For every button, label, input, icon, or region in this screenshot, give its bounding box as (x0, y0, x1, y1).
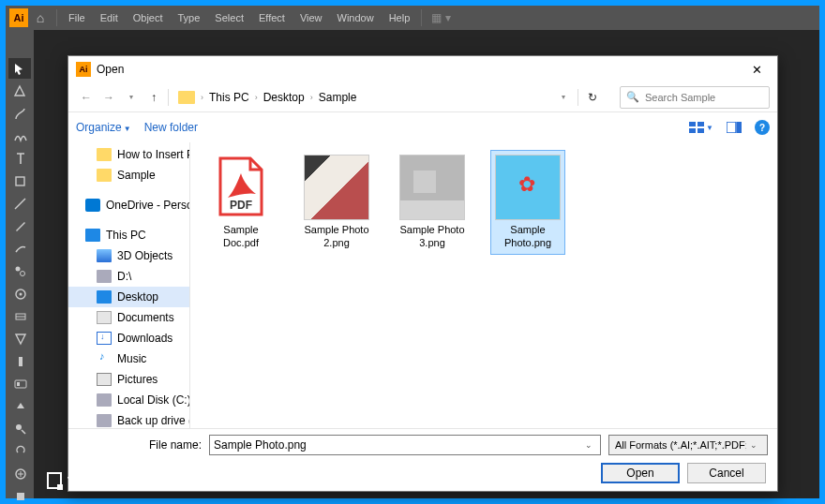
tool-13[interactable] (8, 350, 31, 371)
menu-view[interactable]: View (292, 12, 330, 23)
tree-item[interactable]: OneDrive - Person (68, 195, 189, 215)
nav-forward-icon: → (98, 87, 119, 108)
filetype-filter[interactable]: All Formats (*.AI;*.AIT;*.PDF;*.D ⌄ (608, 435, 768, 455)
dialog-title: Open (97, 63, 743, 76)
tree-item[interactable]: Pictures (68, 369, 189, 390)
file-item[interactable]: Sample Photo 2.png (299, 150, 374, 255)
tool-6[interactable] (8, 193, 31, 214)
menubar: Ai ⌂ FileEditObjectTypeSelectEffectViewW… (6, 6, 819, 30)
svg-rect-7 (15, 380, 26, 388)
tree-item[interactable]: Local Disk (C:) (68, 390, 189, 410)
preview-pane-icon[interactable] (727, 122, 742, 133)
watermark: TEMPLATE.NET (47, 472, 166, 489)
menu-window[interactable]: Window (330, 12, 382, 23)
tree-item[interactable]: Music (68, 348, 189, 369)
svg-rect-8 (17, 382, 20, 386)
svg-rect-18 (737, 122, 742, 133)
svg-rect-15 (689, 128, 696, 133)
filename-label: File name: (145, 438, 202, 452)
tool-19[interactable] (8, 485, 31, 504)
tool-3[interactable] (8, 126, 31, 146)
file-item[interactable]: Sample Photo 3.png (395, 150, 470, 255)
tree-item[interactable]: Back up drive (D (68, 410, 189, 428)
tool-1[interactable] (8, 81, 31, 101)
open-button[interactable]: Open (601, 463, 680, 483)
tree-item[interactable]: This PC (68, 225, 189, 245)
menu-type[interactable]: Type (171, 12, 208, 23)
svg-rect-17 (727, 122, 736, 133)
svg-rect-6 (19, 357, 22, 366)
tree-item[interactable]: Documents (68, 307, 189, 328)
tool-15[interactable] (8, 395, 31, 416)
illustrator-icon: Ai (76, 62, 91, 77)
tool-0[interactable] (8, 58, 31, 79)
tool-14[interactable] (8, 373, 31, 393)
filetype-dropdown-icon[interactable]: ⌄ (746, 440, 761, 450)
tree-item[interactable]: How to Insert PN (68, 144, 189, 165)
svg-rect-11 (17, 493, 24, 500)
svg-point-1 (15, 266, 20, 271)
menu-select[interactable]: Select (207, 12, 251, 23)
help-icon[interactable]: ? (755, 120, 770, 135)
folder-tree: How to Insert PNSampleOneDrive - PersonT… (68, 142, 190, 428)
nav-up-icon[interactable]: ↑ (143, 87, 164, 108)
tool-16[interactable] (8, 418, 31, 438)
file-grid: PDFSample Doc.pdfSample Photo 2.pngSampl… (190, 142, 777, 428)
svg-text:PDF: PDF (230, 199, 252, 212)
tree-item[interactable]: 3D Objects (68, 245, 189, 266)
svg-rect-0 (16, 177, 24, 185)
new-folder-button[interactable]: New folder (144, 121, 198, 134)
home-icon[interactable]: ⌂ (28, 10, 52, 25)
tool-5[interactable] (8, 170, 31, 191)
tree-item[interactable]: Sample (68, 165, 189, 185)
folder-icon (178, 91, 195, 104)
menu-effect[interactable]: Effect (251, 12, 292, 23)
view-mode-icon[interactable]: ▼ (689, 122, 713, 133)
illustrator-logo: Ai (9, 8, 28, 27)
menu-object[interactable]: Object (126, 12, 171, 23)
open-dialog: Ai Open ✕ ← → ▾ ↑ › This PC › Desktop (68, 55, 778, 492)
tool-7[interactable] (8, 215, 31, 236)
search-icon: 🔍 (626, 91, 639, 103)
svg-point-9 (16, 424, 22, 430)
tree-item[interactable]: D:\ (68, 266, 189, 287)
tree-item[interactable]: Downloads (68, 328, 189, 348)
tool-17[interactable] (8, 440, 31, 461)
organize-menu[interactable]: Organize▼ (76, 121, 131, 134)
svg-rect-13 (689, 122, 696, 126)
template-icon (47, 472, 62, 489)
refresh-icon[interactable]: ↻ (582, 87, 603, 108)
tree-item[interactable]: Desktop (68, 287, 189, 307)
breadcrumb-dropdown-icon[interactable]: ▾ (553, 87, 574, 108)
tool-10[interactable] (8, 283, 31, 304)
cancel-button[interactable]: Cancel (687, 463, 766, 483)
svg-point-2 (20, 271, 24, 275)
toolbar (6, 30, 34, 498)
breadcrumb[interactable]: › This PC › Desktop › Sample (201, 91, 551, 104)
file-item[interactable]: PDFSample Doc.pdf (203, 150, 278, 255)
canvas: Ai Open ✕ ← → ▾ ↑ › This PC › Desktop (34, 30, 819, 498)
svg-point-4 (19, 292, 22, 295)
svg-rect-16 (698, 128, 704, 133)
nav-back-icon[interactable]: ← (76, 87, 97, 108)
nav-recent-icon[interactable]: ▾ (121, 87, 142, 108)
filename-dropdown-icon[interactable]: ⌄ (581, 440, 596, 450)
tool-2[interactable] (8, 103, 31, 124)
tool-18[interactable] (8, 463, 31, 483)
layout-icon[interactable]: ▦ ▾ (431, 11, 450, 24)
tool-4[interactable] (8, 148, 31, 169)
tool-9[interactable] (8, 260, 31, 281)
menu-help[interactable]: Help (382, 12, 418, 23)
svg-rect-14 (698, 122, 704, 126)
close-icon[interactable]: ✕ (743, 63, 770, 77)
tool-12[interactable] (8, 328, 31, 348)
search-input[interactable]: 🔍 (620, 86, 770, 109)
menu-file[interactable]: File (61, 12, 93, 23)
tool-11[interactable] (8, 305, 31, 326)
filename-input[interactable]: ⌄ (209, 435, 601, 455)
file-item[interactable]: Sample Photo.png (490, 150, 565, 255)
menu-edit[interactable]: Edit (93, 12, 126, 23)
tool-8[interactable] (8, 238, 31, 259)
